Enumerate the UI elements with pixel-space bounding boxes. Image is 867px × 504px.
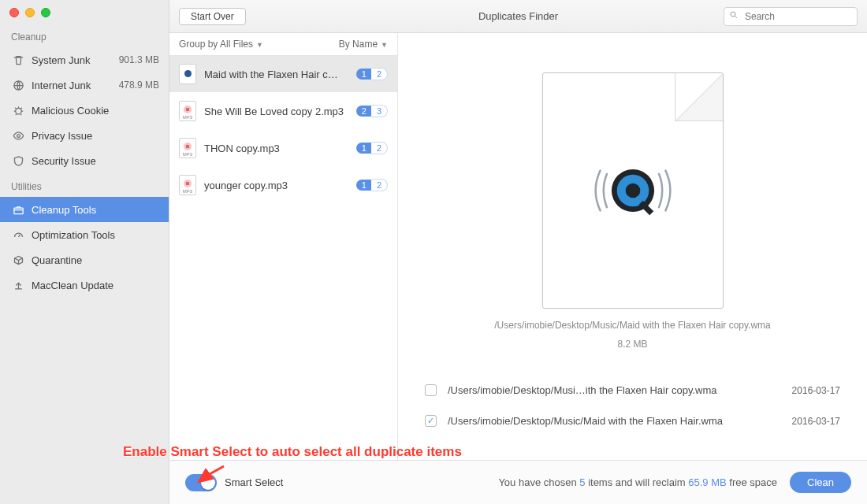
file-icon [179, 101, 196, 121]
checkbox[interactable] [425, 384, 437, 396]
bug-icon [11, 103, 25, 117]
file-icon [179, 175, 196, 195]
section-header-cleanup: Cleanup [0, 24, 169, 47]
sidebar-item-system-junk[interactable]: System Junk 901.3 MB [0, 47, 169, 72]
svg-point-7 [625, 183, 640, 198]
sidebar-item-label: Privacy Issue [32, 130, 159, 142]
sidebar-item-cleanup-tools[interactable]: Cleanup Tools [0, 197, 169, 222]
list-item[interactable]: THON copy.mp3 12 [169, 130, 397, 167]
group-by-dropdown[interactable]: Group by All Files▼ [179, 39, 339, 50]
sidebar-item-label: Malicious Cookie [32, 105, 159, 117]
sidebar-item-optimization-tools[interactable]: Optimization Tools [0, 222, 169, 247]
file-name: She Will Be Loved copy 2.mp3 [204, 106, 350, 117]
zoom-icon[interactable] [41, 8, 50, 17]
chevron-down-icon: ▼ [256, 41, 263, 49]
search-icon [729, 10, 739, 22]
duplicate-path: /Users/imobie/Desktop/Music/Maid with th… [448, 415, 776, 427]
box-icon [11, 253, 25, 267]
window-controls [0, 0, 169, 24]
trash-icon [11, 53, 25, 67]
section-header-utilities: Utilities [0, 173, 169, 197]
duplicate-date: 2016-03-17 [792, 385, 840, 396]
sidebar-item-label: Quarantine [32, 254, 159, 266]
sidebar-item-update[interactable]: MacClean Update [0, 272, 169, 298]
minimize-icon[interactable] [25, 8, 35, 17]
upload-icon [11, 278, 25, 292]
sidebar-item-meta: 478.9 MB [119, 80, 159, 91]
quicktime-icon [590, 147, 676, 234]
sidebar-item-label: Optimization Tools [32, 229, 159, 241]
count-badge: 12 [356, 179, 388, 191]
file-name: younger copy.mp3 [204, 180, 350, 191]
smart-select-label: Smart Select [225, 476, 283, 488]
list-item[interactable]: younger copy.mp3 12 [169, 167, 397, 204]
detail-pane: /Users/imobie/Desktop/Music/Maid with th… [398, 33, 867, 460]
close-icon[interactable] [9, 8, 19, 17]
sidebar-item-label: MacClean Update [32, 280, 159, 291]
bottom-bar: Smart Select You have chosen 5 items and… [169, 460, 867, 504]
file-icon [179, 64, 196, 84]
sidebar-item-malicious-cookie[interactable]: Malicious Cookie [0, 98, 169, 123]
count-badge: 23 [356, 105, 388, 117]
duplicate-row: ✓ /Users/imobie/Desktop/Music/Maid with … [422, 406, 843, 436]
status-text: You have chosen 5 items and will reclaim… [498, 476, 777, 488]
search-box [724, 7, 858, 26]
list-header: Group by All Files▼ By Name▼ [169, 33, 397, 56]
app-window: Cleanup System Junk 901.3 MB Internet Ju… [0, 0, 867, 504]
svg-rect-3 [13, 208, 22, 214]
globe-icon [11, 78, 25, 92]
list-item[interactable]: Maid with the Flaxen Hair c… 12 [169, 56, 397, 93]
checkbox[interactable]: ✓ [425, 415, 437, 427]
duplicate-date: 2016-03-17 [792, 416, 840, 427]
duplicate-paths-list: /Users/imobie/Desktop/Musi…ith the Flaxe… [422, 375, 843, 436]
start-over-button[interactable]: Start Over [179, 8, 246, 25]
file-preview-icon [542, 72, 724, 309]
gauge-icon [11, 228, 25, 242]
duplicate-row: /Users/imobie/Desktop/Musi…ith the Flaxe… [422, 375, 843, 406]
svg-point-1 [15, 108, 21, 114]
preview-size: 8.2 MB [617, 339, 647, 350]
sidebar-item-privacy-issue[interactable]: Privacy Issue [0, 123, 169, 148]
svg-point-4 [731, 12, 735, 17]
sidebar-item-label: Security Issue [32, 155, 159, 167]
sidebar: Cleanup System Junk 901.3 MB Internet Ju… [0, 0, 169, 504]
shield-icon [11, 154, 25, 168]
toggle-knob [201, 476, 215, 490]
preview-path: /Users/imobie/Desktop/Music/Maid with th… [494, 320, 771, 331]
count-badge: 12 [356, 68, 388, 80]
eye-icon [11, 128, 25, 143]
list-item[interactable]: She Will Be Loved copy 2.mp3 23 [169, 93, 397, 130]
sidebar-item-meta: 901.3 MB [119, 54, 159, 65]
toolbar: Start Over Duplicates Finder [169, 0, 867, 33]
sidebar-item-label: Cleanup Tools [32, 204, 159, 216]
clean-button[interactable]: Clean [790, 472, 851, 493]
sort-by-dropdown[interactable]: By Name▼ [339, 39, 388, 50]
smart-select-toggle[interactable] [185, 474, 217, 491]
sidebar-item-label: Internet Junk [32, 80, 119, 91]
sidebar-item-quarantine[interactable]: Quarantine [0, 247, 169, 272]
search-input[interactable] [724, 7, 858, 26]
file-name: Maid with the Flaxen Hair c… [204, 69, 350, 80]
duplicate-path: /Users/imobie/Desktop/Musi…ith the Flaxe… [448, 384, 776, 396]
file-name: THON copy.mp3 [204, 143, 350, 154]
count-badge: 12 [356, 142, 388, 154]
svg-point-2 [17, 134, 20, 137]
main-pane: Start Over Duplicates Finder Group by Al… [169, 0, 867, 504]
sidebar-item-label: System Junk [32, 54, 119, 66]
duplicate-groups-list: Group by All Files▼ By Name▼ Maid with t… [169, 33, 398, 460]
sidebar-item-security-issue[interactable]: Security Issue [0, 148, 169, 173]
chevron-down-icon: ▼ [381, 41, 388, 49]
toolbox-icon [11, 202, 25, 217]
file-icon [179, 138, 196, 158]
preview: /Users/imobie/Desktop/Music/Maid with th… [422, 49, 843, 359]
content-area: Group by All Files▼ By Name▼ Maid with t… [169, 33, 867, 460]
sidebar-item-internet-junk[interactable]: Internet Junk 478.9 MB [0, 72, 169, 98]
